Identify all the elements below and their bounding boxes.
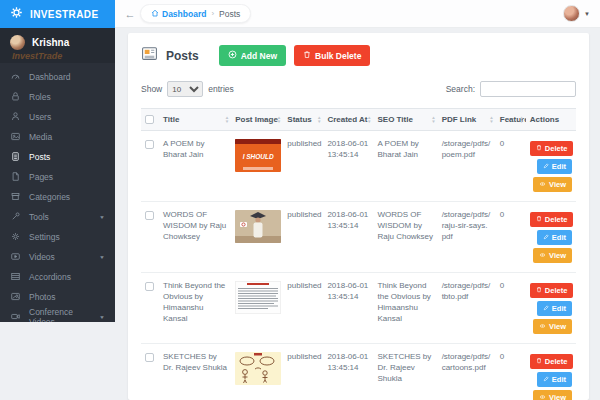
chevron-down-icon: ▼ [584, 11, 590, 17]
post-pdf-link: /storage/pdfs/poem.pdf [438, 131, 496, 202]
sort-arrows-icon [317, 116, 321, 124]
post-featured: 0 [496, 131, 526, 202]
sidebar-item-categories[interactable]: Categories [0, 187, 115, 207]
select-all-header[interactable] [141, 109, 159, 131]
delete-button[interactable]: Delete [530, 141, 574, 156]
sidebar-item-videos[interactable]: Videos ▼ [0, 247, 115, 267]
video-icon [10, 251, 21, 264]
sidebar-user-name: Krishna [32, 37, 69, 48]
brand[interactable]: INVESTRADE [0, 0, 115, 28]
eye-icon [539, 180, 546, 189]
header-pdf-link[interactable]: PDF Link [438, 109, 496, 131]
table-icon [10, 271, 21, 284]
sidebar-item-conference-videos[interactable]: Conference Videos ▼ [0, 307, 115, 322]
sidebar-item-media[interactable]: Media [0, 127, 115, 147]
trash-icon [536, 144, 542, 153]
table-row: SKETCHES by Dr. Rajeev Shukla published … [141, 344, 576, 400]
table-controls: Show 10 entries Search: [141, 81, 576, 97]
gauge-icon [10, 71, 21, 84]
breadcrumb-separator: › [211, 9, 214, 18]
posts-card: Posts Add New Bulk Delete Show 10 entrie… [128, 33, 589, 400]
page-title: Posts [166, 49, 199, 63]
post-status: published [283, 344, 323, 400]
sort-arrows-icon [225, 116, 229, 124]
post-seo-title: SKETCHES by Dr. Rajeev Shukla [373, 344, 437, 400]
search-input[interactable] [480, 81, 576, 97]
view-button[interactable]: View [533, 177, 572, 192]
delete-button[interactable]: Delete [530, 354, 574, 369]
post-title: WORDS OF WISDOM by Raju Chowksey [159, 202, 231, 273]
sidebar-item-settings[interactable]: Settings [0, 227, 115, 247]
sort-arrows-icon [367, 116, 371, 124]
header-status[interactable]: Status [283, 109, 323, 131]
breadcrumb-current: Posts [219, 9, 240, 19]
trash-icon [536, 286, 542, 295]
search-control: Search: [446, 81, 576, 97]
header-seo-title[interactable]: SEO Title [373, 109, 437, 131]
eye-icon [539, 322, 546, 331]
brand-gear-icon [10, 5, 23, 23]
posts-table: Title Post Image Status Created At SEO T… [141, 108, 576, 400]
sidebar-toggle-button[interactable]: ← [122, 4, 138, 24]
eye-icon [539, 393, 546, 400]
row-checkbox[interactable] [145, 282, 154, 291]
trash-icon [536, 357, 542, 366]
eye-icon [539, 251, 546, 260]
wrench-icon [10, 211, 21, 224]
sidebar-item-photos[interactable]: Photos [0, 287, 115, 307]
sidebar-item-roles[interactable]: Roles [0, 87, 115, 107]
view-button[interactable]: View [533, 248, 572, 263]
photo-icon [10, 131, 21, 144]
user-menu[interactable]: ▼ [563, 5, 590, 22]
topbar: INVESTRADE ← Dashboard › Posts ▼ [0, 0, 600, 28]
row-checkbox[interactable] [145, 211, 154, 220]
edit-button[interactable]: Edit [537, 301, 572, 316]
breadcrumb-dashboard-link[interactable]: Dashboard [151, 9, 206, 19]
page-length-select[interactable]: 10 [167, 81, 203, 97]
header-post-image[interactable]: Post Image [231, 109, 283, 131]
edit-button[interactable]: Edit [537, 159, 572, 174]
pencil-icon [543, 162, 549, 171]
sidebar-item-pages[interactable]: Pages [0, 167, 115, 187]
archive-icon [10, 191, 21, 204]
view-button[interactable]: View [533, 319, 572, 334]
sidebar-item-users[interactable]: Users [0, 107, 115, 127]
pencil-icon [543, 375, 549, 384]
table-row: Think Beyond the Obvious by Himaanshu Ka… [141, 273, 576, 344]
delete-button[interactable]: Delete [530, 283, 574, 298]
chevron-down-icon: ▼ [99, 315, 105, 320]
sidebar-item-dashboard[interactable]: Dashboard [0, 67, 115, 87]
post-created-at: 2018-06-01 13:45:14 [323, 131, 373, 202]
post-featured: 0 [496, 344, 526, 400]
table-row: WORDS OF WISDOM by Raju Chowksey publish… [141, 202, 576, 273]
bulk-delete-button[interactable]: Bulk Delete [294, 45, 370, 66]
sidebar-item-tools[interactable]: Tools ▼ [0, 207, 115, 227]
row-checkbox[interactable] [145, 353, 154, 362]
sidebar: Krishna InvestTrade Dashboard Roles User… [0, 28, 115, 322]
view-button[interactable]: View [533, 390, 572, 400]
add-new-button[interactable]: Add New [219, 45, 286, 66]
image-icon [10, 291, 21, 304]
user-avatar[interactable] [563, 5, 580, 22]
select-all-checkbox[interactable] [145, 115, 154, 124]
post-title: SKETCHES by Dr. Rajeev Shukla [159, 344, 231, 400]
header-title[interactable]: Title [159, 109, 231, 131]
gear-icon [10, 231, 21, 244]
sidebar-item-accordions[interactable]: Accordions [0, 267, 115, 287]
post-seo-title: A POEM by Bharat Jain [373, 131, 437, 202]
breadcrumb: Dashboard › Posts [140, 4, 251, 23]
sidebar-item-posts[interactable]: Posts [0, 147, 115, 167]
post-status: published [283, 131, 323, 202]
sidebar-menu: Dashboard Roles Users Media Posts Pages … [0, 63, 115, 322]
posts-page-icon [141, 45, 158, 66]
table-header-row: Title Post Image Status Created At SEO T… [141, 109, 576, 131]
header-featured[interactable]: Featured [496, 109, 526, 131]
pencil-icon [543, 304, 549, 313]
post-created-at: 2018-06-01 13:45:14 [323, 273, 373, 344]
sidebar-user-block: Krishna InvestTrade [0, 28, 115, 63]
edit-button[interactable]: Edit [537, 372, 572, 387]
row-checkbox[interactable] [145, 140, 154, 149]
delete-button[interactable]: Delete [530, 212, 574, 227]
edit-button[interactable]: Edit [537, 230, 572, 245]
header-created-at[interactable]: Created At [323, 109, 373, 131]
